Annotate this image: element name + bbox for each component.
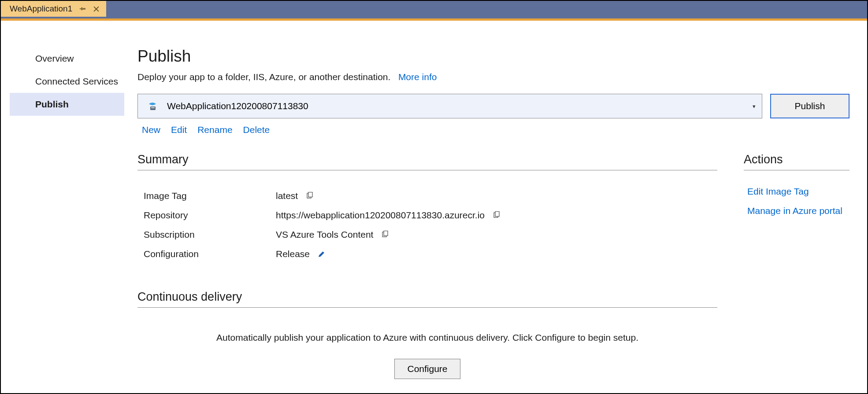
sidebar-item-label: Publish	[35, 99, 69, 109]
page-title: Publish	[137, 47, 849, 66]
svg-rect-1	[151, 107, 155, 108]
content-area: Publish Deploy your app to a folder, IIS…	[124, 47, 867, 393]
summary-value: VS Azure Tools Content	[276, 229, 373, 240]
sidebar-item-publish[interactable]: Publish	[10, 93, 124, 116]
actions-heading: Actions	[744, 153, 849, 170]
summary-label: Configuration	[144, 249, 276, 259]
svg-rect-7	[384, 231, 388, 236]
continuous-delivery-heading: Continuous delivery	[137, 290, 717, 308]
profile-new-link[interactable]: New	[142, 125, 160, 135]
titlebar: WebApplication1	[1, 1, 867, 18]
copy-icon[interactable]	[381, 231, 389, 239]
webapp-icon	[148, 102, 157, 110]
summary-row-configuration: Configuration Release	[137, 244, 717, 264]
sidebar-item-label: Connected Services	[35, 76, 118, 86]
close-icon[interactable]	[93, 5, 100, 13]
profile-delete-link[interactable]: Delete	[243, 125, 270, 135]
subtitle-text: Deploy your app to a folder, IIS, Azure,…	[137, 72, 390, 82]
repository-link[interactable]: https://webapplication120200807113830.az…	[276, 210, 485, 221]
action-edit-image-tag[interactable]: Edit Image Tag	[747, 186, 849, 197]
svg-rect-3	[308, 192, 312, 197]
summary-row-subscription: Subscription VS Azure Tools Content	[137, 225, 717, 244]
more-info-link[interactable]: More info	[398, 72, 437, 82]
chevron-down-icon: ▾	[753, 103, 756, 110]
pencil-icon[interactable]	[318, 250, 325, 258]
summary-row-repository: Repository https://webapplication1202008…	[137, 206, 717, 225]
svg-rect-5	[495, 212, 499, 217]
sidebar-item-label: Overview	[35, 53, 74, 63]
document-tab[interactable]: WebApplication1	[1, 1, 106, 17]
summary-row-image-tag: Image Tag latest	[137, 186, 717, 206]
summary-value: Release	[276, 249, 310, 259]
summary-heading: Summary	[137, 153, 717, 170]
summary-label: Repository	[144, 210, 276, 221]
pin-icon[interactable]	[78, 5, 86, 13]
subtitle-row: Deploy your app to a folder, IIS, Azure,…	[137, 72, 849, 82]
tab-title: WebApplication1	[10, 4, 72, 14]
profile-rename-link[interactable]: Rename	[197, 125, 232, 135]
sidebar-item-overview[interactable]: Overview	[10, 47, 124, 70]
summary-label: Subscription	[144, 229, 276, 240]
profile-edit-link[interactable]: Edit	[171, 125, 187, 135]
copy-icon[interactable]	[493, 211, 501, 219]
publish-profile-dropdown[interactable]: WebApplication120200807113830 ▾	[137, 94, 762, 118]
continuous-delivery-text: Automatically publish your application t…	[137, 332, 717, 343]
copy-icon[interactable]	[306, 192, 314, 200]
summary-value: latest	[276, 191, 298, 201]
action-manage-azure-portal[interactable]: Manage in Azure portal	[747, 206, 849, 216]
summary-label: Image Tag	[144, 191, 276, 201]
publish-button[interactable]: Publish	[770, 94, 849, 118]
sidebar: Overview Connected Services Publish	[1, 47, 124, 393]
sidebar-item-connected-services[interactable]: Connected Services	[10, 70, 124, 93]
svg-rect-0	[150, 107, 156, 110]
publish-profile-name: WebApplication120200807113830	[167, 101, 308, 111]
configure-button[interactable]: Configure	[394, 359, 460, 379]
